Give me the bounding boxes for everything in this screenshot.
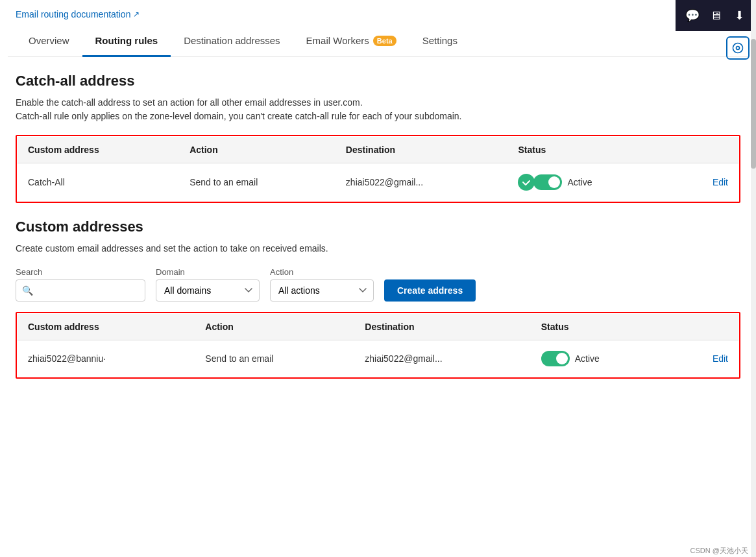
beta-badge: Beta: [373, 36, 396, 46]
catch-all-status: Active: [507, 163, 674, 202]
tab-routing-rules[interactable]: Routing rules: [82, 26, 171, 57]
catch-all-table: Custom address Action Destination Status…: [17, 136, 739, 202]
download-icon[interactable]: ⬇: [727, 4, 751, 27]
custom-addresses-section: Custom addresses Create custom email add…: [8, 203, 748, 394]
custom-addr-destination: zhiai5022@gmail...: [354, 340, 530, 377]
catch-all-row: Catch-All Send to an email zhiai5022@gma…: [18, 163, 739, 202]
custom-addr-status-label: Active: [575, 353, 600, 364]
action-label: Action: [270, 267, 374, 277]
catch-all-toggle[interactable]: [533, 174, 562, 190]
chat-icon[interactable]: 💬: [681, 4, 704, 27]
custom-col-edit-spacer: [673, 314, 739, 340]
external-link-icon: ↗: [133, 10, 140, 19]
domain-select[interactable]: All domains: [156, 279, 260, 302]
tabs-container: Overview Routing rules Destination addre…: [8, 26, 748, 57]
search-input-wrapper: 🔍: [16, 279, 145, 302]
domain-filter-group: Domain All domains: [156, 267, 260, 302]
doc-link-text: Email routing documentation: [16, 9, 130, 19]
tab-destination-addresses[interactable]: Destination addresses: [171, 26, 293, 57]
catch-all-status-label: Active: [567, 177, 592, 187]
catch-all-address: Catch-All: [18, 163, 180, 202]
top-bar: 💬 🖥 ⬇: [676, 0, 756, 31]
search-icon: 🔍: [22, 285, 33, 296]
domain-label: Domain: [156, 267, 260, 277]
tab-overview[interactable]: Overview: [16, 26, 82, 57]
catch-all-edit-cell: Edit: [674, 163, 738, 202]
create-address-button[interactable]: Create address: [384, 279, 476, 302]
catch-all-desc: Enable the catch-all address to set an a…: [16, 96, 740, 123]
col-status: Status: [507, 137, 674, 163]
col-edit-spacer: [674, 137, 738, 163]
custom-addresses-desc: Create custom email addresses and set th…: [16, 242, 740, 255]
catch-all-table-highlight: Custom address Action Destination Status…: [16, 135, 740, 203]
tab-settings[interactable]: Settings: [409, 26, 470, 57]
main-content: Email routing documentation ↗ Overview R…: [0, 0, 756, 394]
catch-all-destination: zhiai5022@gmail...: [335, 163, 508, 202]
search-label: Search: [16, 267, 145, 277]
custom-col-destination: Destination: [354, 314, 530, 340]
custom-col-status: Status: [531, 314, 673, 340]
custom-col-action: Action: [195, 314, 354, 340]
scrollbar-track: [751, 0, 756, 557]
catch-all-table-header-row: Custom address Action Destination Status: [18, 137, 739, 163]
custom-addr-edit-link[interactable]: Edit: [713, 353, 728, 364]
custom-addr-edit-cell: Edit: [673, 340, 739, 377]
action-filter-group: Action All actions: [270, 267, 374, 302]
tab-email-workers[interactable]: Email Workers Beta: [293, 26, 409, 57]
scrollbar-thumb[interactable]: [751, 39, 756, 169]
monitor-icon[interactable]: 🖥: [704, 4, 727, 27]
custom-addr-row: zhiai5022@banniu· Send to an email zhiai…: [18, 340, 739, 377]
catch-all-title: Catch-all address: [16, 73, 740, 89]
filter-row: Search 🔍 Domain All domains Action All a…: [16, 267, 740, 302]
action-select[interactable]: All actions: [270, 279, 374, 302]
custom-addr-address: zhiai5022@banniu·: [18, 340, 195, 377]
custom-addr-header-row: Custom address Action Destination Status: [18, 314, 739, 340]
custom-addr-table-highlight: Custom address Action Destination Status…: [16, 312, 740, 379]
camera-icon[interactable]: [726, 36, 750, 60]
catch-all-section: Catch-all address Enable the catch-all a…: [8, 57, 748, 203]
doc-link[interactable]: Email routing documentation ↗: [8, 0, 147, 26]
custom-addr-toggle[interactable]: [541, 351, 570, 366]
watermark: CSDN @天池小天: [690, 546, 748, 556]
custom-addresses-table: Custom address Action Destination Status…: [17, 313, 739, 377]
col-destination: Destination: [335, 137, 508, 163]
col-custom-address: Custom address: [18, 137, 180, 163]
custom-col-address: Custom address: [18, 314, 195, 340]
col-action: Action: [179, 137, 335, 163]
search-input[interactable]: [16, 279, 145, 302]
svg-point-0: [737, 47, 740, 50]
catch-all-action: Send to an email: [179, 163, 335, 202]
custom-addr-action: Send to an email: [195, 340, 354, 377]
custom-addresses-title: Custom addresses: [16, 219, 740, 235]
catch-all-edit-link[interactable]: Edit: [713, 177, 728, 187]
custom-addr-status: Active: [531, 340, 673, 377]
search-group: Search 🔍: [16, 267, 145, 302]
